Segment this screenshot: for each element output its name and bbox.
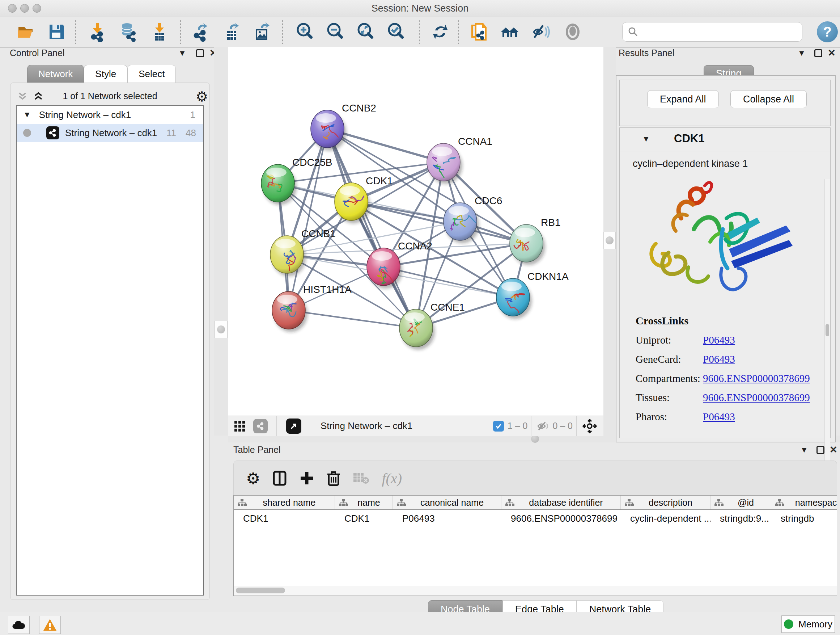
hide-unhide-button[interactable] [530,21,552,43]
node-CCNB2[interactable]: CCNB2 [311,103,376,150]
table-horizontal-scrollbar[interactable] [233,586,837,596]
column-header-shared-name[interactable]: shared name [234,496,335,509]
zoom-selected-button[interactable] [385,21,407,43]
tab-select[interactable]: Select [127,65,176,83]
column-header-name[interactable]: name [335,496,393,509]
column-header--id[interactable]: @id [711,496,771,509]
network-graph[interactable]: CCNB2CCNA1CDC25BCDK1CDC6RB1CCNB1CCNA2CDK… [228,47,603,416]
add-column-icon[interactable] [299,470,314,486]
control-panel-menu-icon[interactable]: ▼ [178,49,186,57]
import-network-from-file-button[interactable] [86,21,109,43]
toolbar-separator [180,20,181,44]
status-bar: Memory [0,612,840,635]
crosslink-link[interactable]: 9606.ENSP00000378699 [703,392,810,404]
zoom-out-button[interactable] [324,21,347,43]
edge-CCNA2-CDKN1A[interactable] [384,267,513,297]
column-header-database-identifier[interactable]: database identifier [501,496,621,509]
function-builder-icon[interactable]: f(x) [382,470,402,487]
network-list-toolbar: 1 of 1 Network selected ⚙ [11,88,210,105]
results-panel-menu-icon[interactable]: ▼ [798,49,806,57]
cloud-status-button[interactable] [8,616,30,634]
edge-CCNB2-CCNE1[interactable] [327,129,416,328]
network-selected-status: 1 of 1 Network selected [11,91,210,101]
home-networks-button[interactable] [499,21,521,43]
refresh-view-button[interactable] [429,21,452,43]
search-input[interactable] [642,27,802,38]
network-row[interactable]: String Network – cdk1 11 48 [17,124,203,142]
node-CCNA2[interactable]: CCNA2 [367,241,432,288]
export-image-button[interactable] [251,21,273,43]
table-settings-gear-icon[interactable]: ⚙ [246,469,260,488]
string-view-icon[interactable] [253,419,268,433]
right-splitter-handle[interactable] [603,232,616,249]
export-network-button[interactable] [189,21,212,43]
toolbar-separator [458,20,459,44]
selected-checkbox-icon[interactable] [493,421,504,432]
export-table-button[interactable] [221,21,243,43]
delete-table-icon[interactable] [353,472,369,485]
warning-status-button[interactable] [39,616,61,634]
import-table-from-file-button[interactable] [148,21,171,43]
table-panel-float-icon[interactable] [816,446,824,454]
network-canvas[interactable]: CCNB2CCNA1CDC25BCDK1CDC6RB1CCNB1CCNA2CDK… [228,47,603,416]
gear-icon[interactable]: ⚙ [196,89,208,105]
right-splitter[interactable] [603,47,616,435]
node-CCNE1[interactable]: CCNE1 [399,302,465,350]
control-panel-title: Control Panel [10,48,65,58]
memory-button[interactable]: Memory [782,616,835,633]
toolbar-divider [531,416,531,436]
crosslink-row: Tissues:9606.ENSP00000378699 [636,392,824,404]
node-label-CCNE1: CCNE1 [431,302,465,313]
gene-header-row[interactable]: ▼ CDK1 [620,128,830,151]
help-button[interactable]: ? [817,21,838,42]
scrollbar-thumb[interactable] [236,587,285,593]
table-cell: cyclin-dependent ... [621,510,711,527]
zoom-selected-icon [386,22,406,42]
column-header-description[interactable]: description [621,496,711,509]
crosslink-link[interactable]: 9606.ENSP00000378699 [703,372,810,385]
string-app-icon [46,126,59,139]
hidden-eye-icon[interactable] [537,421,549,431]
open-session-button[interactable] [15,21,38,43]
expand-all-button[interactable]: Expand All [647,90,719,108]
open-in-window-icon[interactable] [286,418,302,434]
column-header-canonical-name[interactable]: canonical name [393,496,501,509]
crosslink-link[interactable]: P06493 [703,411,735,423]
fit-move-icon[interactable] [583,419,597,433]
left-splitter[interactable] [214,47,228,435]
gene-expander-icon[interactable]: ▼ [642,134,650,144]
tab-style[interactable]: Style [84,65,127,83]
crosslink-link[interactable]: P06493 [703,353,735,365]
preview-button[interactable] [561,21,584,43]
network-collection-row[interactable]: ▼ String Network – cdk1 1 [17,106,203,124]
left-splitter-handle[interactable] [215,321,227,338]
node-HIST1H1A[interactable]: HIST1H1A [272,284,352,332]
edge-CCNB2-HIST1H1A[interactable] [289,129,327,310]
show-columns-icon[interactable] [272,470,287,486]
node-CDK1[interactable]: CDK1 [335,175,393,223]
node-RB1[interactable]: RB1 [510,217,561,265]
birds-eye-view-icon[interactable] [234,420,246,432]
column-header-namespac[interactable]: namespac [771,496,837,509]
results-panel-float-icon[interactable] [814,49,822,57]
edge-HIST1H1A-CCNE1[interactable] [289,310,416,328]
search-box[interactable] [622,22,802,42]
node-CDKN1A[interactable]: CDKN1A [496,271,569,319]
tab-network[interactable]: Network [27,65,84,83]
save-session-button[interactable] [46,21,68,43]
zoom-fit-button[interactable] [355,21,377,43]
results-panel: Results Panel ▼ ✕ String Expand All Coll… [616,47,840,442]
crosslink-link[interactable]: P06493 [703,334,735,346]
table-panel-menu-icon[interactable]: ▼ [800,446,808,454]
import-network-from-database-button[interactable] [117,21,139,43]
results-panel-close-icon[interactable]: ✕ [828,48,836,57]
delete-column-icon[interactable] [327,470,340,486]
control-panel-float-icon[interactable] [196,49,204,57]
collection-expander-icon[interactable]: ▼ [23,110,31,119]
table-row[interactable]: CDK1CDK1P064939606.ENSP00000378699cyclin… [234,510,837,527]
table-panel-close-icon[interactable]: ✕ [829,445,837,454]
copy-network-button[interactable] [468,21,491,43]
collapse-all-button[interactable]: Collapse All [730,90,807,108]
horizontal-splitter-handle[interactable] [531,435,539,443]
zoom-in-button[interactable] [294,21,316,43]
